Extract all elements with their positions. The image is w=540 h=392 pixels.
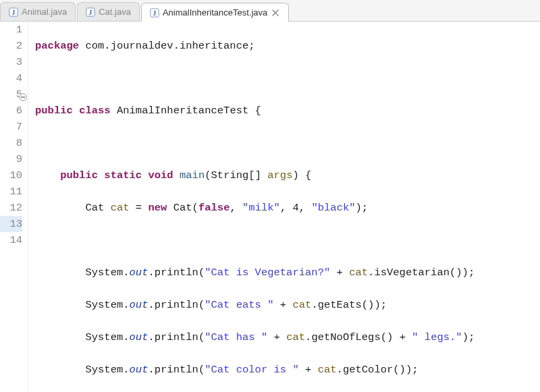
java-file-icon: J (9, 7, 18, 17)
line-number: 2 (0, 38, 22, 54)
java-file-icon: J (150, 8, 159, 18)
close-icon[interactable] (271, 8, 280, 18)
editor-tab-label: AnimalInheritanceTest.java (163, 7, 267, 18)
editor-tab-label: Cat.java (99, 7, 131, 17)
editor-tab-test[interactable]: J AnimalInheritanceTest.java (141, 3, 289, 22)
line-number: 1 (0, 22, 22, 38)
editor-tab-bar: J Animal.java J Cat.java J AnimalInherit… (0, 0, 540, 22)
line-number: 3 (0, 54, 22, 70)
java-file-icon: J (86, 7, 95, 17)
code-editor[interactable]: 1 2 3 4 5 6 7 8 9 10 11 12 13 14 package… (0, 22, 540, 392)
line-number: 4 (0, 70, 22, 86)
fold-minus-icon[interactable] (19, 90, 27, 99)
svg-text:J: J (89, 8, 92, 16)
line-number: 9 (0, 151, 22, 167)
editor-tab-cat[interactable]: J Cat.java (77, 2, 140, 21)
line-number-gutter: 1 2 3 4 5 6 7 8 9 10 11 12 13 14 (0, 22, 28, 392)
line-number: 12 (0, 200, 22, 216)
line-number: 7 (0, 119, 22, 135)
line-number: 11 (0, 184, 22, 200)
svg-text:J: J (153, 9, 157, 16)
line-number: 5 (0, 86, 22, 103)
editor-area: J Animal.java J Cat.java J AnimalInherit… (0, 0, 540, 392)
line-number: 10 (0, 167, 22, 184)
line-number: 14 (0, 232, 22, 248)
code-content[interactable]: package com.journaldev.inheritance; publ… (28, 22, 540, 392)
editor-tab-animal[interactable]: J Animal.java (0, 2, 76, 21)
line-number: 13 (0, 216, 22, 232)
editor-tab-label: Animal.java (22, 7, 67, 17)
line-number: 8 (0, 135, 22, 151)
line-number: 6 (0, 103, 22, 119)
svg-text:J: J (12, 8, 16, 16)
